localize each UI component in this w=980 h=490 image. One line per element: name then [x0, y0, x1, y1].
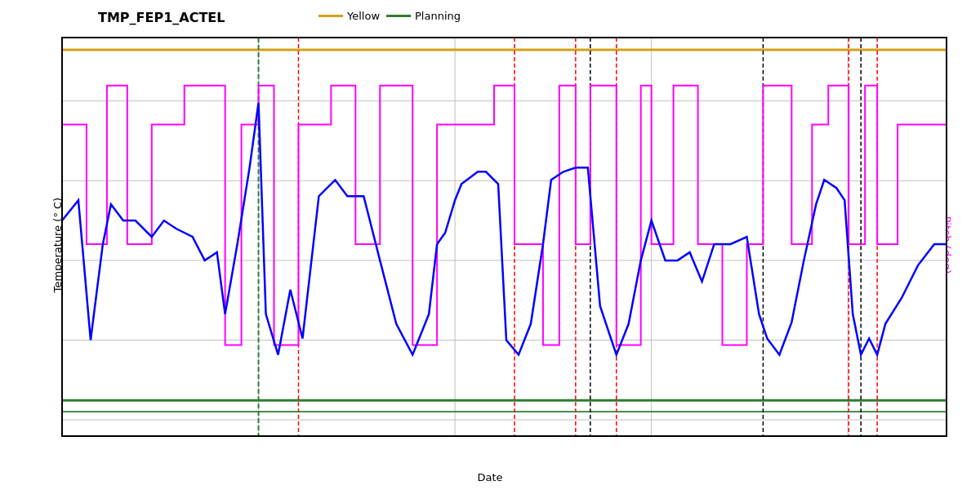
chart-container: TMP_FEP1_ACTEL Yellow Planning Temperatu…: [0, 0, 980, 490]
x-axis-label: Date: [477, 471, 502, 483]
legend-yellow: Yellow: [318, 10, 380, 22]
chart-svg: 0 10 20 30 40 40 60 80 100 120 140 160 1…: [61, 37, 947, 437]
yellow-label: Yellow: [347, 10, 380, 22]
chart-title: TMP_FEP1_ACTEL: [98, 10, 225, 25]
yellow-legend-line: [318, 15, 343, 17]
planning-label: Planning: [415, 10, 461, 22]
svg-rect-0: [62, 38, 947, 436]
legend-planning: Planning: [386, 10, 461, 22]
planning-legend-line: [386, 15, 411, 17]
legend: Yellow Planning: [318, 10, 461, 22]
